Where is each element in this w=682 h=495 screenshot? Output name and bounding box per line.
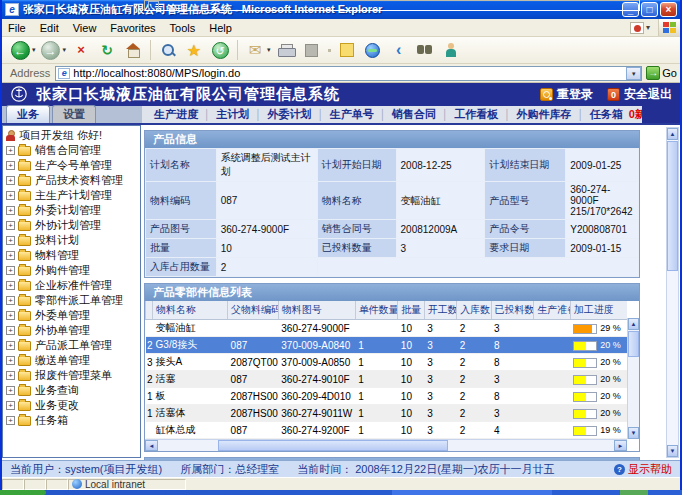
expand-icon[interactable]: + — [6, 386, 15, 395]
search-button[interactable] — [156, 38, 180, 62]
scroll-right-icon[interactable]: ► — [614, 440, 627, 451]
messenger-button[interactable] — [439, 38, 463, 62]
tree-item[interactable]: +销售合同管理 — [5, 143, 140, 158]
favorites-button[interactable]: ★ — [182, 38, 206, 62]
quick-nav-button[interactable]: ‹ — [387, 38, 411, 62]
scroll-thumb[interactable] — [628, 331, 639, 357]
start-button[interactable] — [0, 490, 46, 495]
expand-icon[interactable]: + — [6, 221, 15, 230]
tab-settings[interactable]: 设置 — [52, 105, 96, 123]
home-button[interactable] — [121, 38, 145, 62]
back-button[interactable]: ← — [8, 38, 32, 62]
column-header[interactable]: 生产准备 — [534, 301, 570, 320]
expand-icon[interactable]: + — [6, 281, 15, 290]
page-vertical-scrollbar[interactable]: ▲ ▼ — [666, 127, 679, 458]
menu-item[interactable]: Edit — [40, 22, 59, 34]
table-row[interactable]: 2G3/8接头087370-009-A084011032820 % — [146, 337, 628, 354]
column-header[interactable]: 父物料编码 — [228, 301, 279, 320]
menu-item[interactable]: Favorites — [110, 22, 155, 34]
discuss-button[interactable] — [335, 38, 359, 62]
tree-item[interactable]: +业务查询 — [5, 383, 140, 398]
column-header[interactable]: 入库数 — [457, 301, 491, 320]
nav-item[interactable]: 任务箱 — [590, 107, 623, 122]
maximize-button[interactable]: □ — [641, 2, 658, 17]
tree-item[interactable]: +生产令号单管理 — [5, 158, 140, 173]
addon-icon[interactable] — [630, 22, 644, 34]
expand-icon[interactable]: + — [6, 206, 15, 215]
scroll-up-icon[interactable]: ▲ — [628, 318, 639, 330]
menu-item[interactable]: Help — [209, 22, 232, 34]
tree-item[interactable]: +任务箱 — [5, 413, 140, 428]
column-header[interactable]: 已投料数 — [491, 301, 534, 320]
menu-item[interactable]: View — [73, 22, 97, 34]
expand-icon[interactable]: + — [6, 356, 15, 365]
addon-dropdown-icon[interactable]: ▾ — [646, 23, 650, 32]
column-header[interactable]: 物料名称 — [153, 301, 228, 320]
tree-item[interactable]: +物料管理 — [5, 248, 140, 263]
expand-icon[interactable]: + — [6, 161, 15, 170]
column-header[interactable]: 加工进度 — [570, 301, 627, 320]
address-dropdown-button[interactable]: ▾ — [626, 67, 641, 80]
column-header[interactable]: 物料图号 — [278, 301, 355, 320]
tree-item[interactable]: +外协单管理 — [5, 323, 140, 338]
close-button[interactable]: × — [660, 2, 677, 17]
menu-item[interactable]: File — [8, 22, 26, 34]
expand-icon[interactable]: + — [6, 401, 15, 410]
scroll-down-icon[interactable]: ▼ — [628, 427, 639, 439]
expand-icon[interactable]: + — [6, 416, 15, 425]
expand-icon[interactable]: + — [6, 236, 15, 245]
tab-business[interactable]: 业务 — [6, 105, 50, 123]
tree-item[interactable]: +外委计划管理 — [5, 203, 140, 218]
forward-button[interactable]: → — [39, 38, 63, 62]
nav-item[interactable]: 工作看板 — [454, 107, 498, 122]
column-header[interactable]: 批量 — [398, 301, 424, 320]
table-row[interactable]: 1活塞体2087HS002360-274-9011W11032320 % — [146, 405, 628, 422]
tree-item[interactable]: +报废件管理菜单 — [5, 368, 140, 383]
tree-item[interactable]: +产品技术资料管理 — [5, 173, 140, 188]
expand-icon[interactable]: + — [6, 311, 15, 320]
mail-dropdown-icon[interactable]: ▾ — [267, 46, 271, 54]
nav-item[interactable]: 生产进度 — [154, 107, 198, 122]
scroll-thumb[interactable] — [667, 141, 678, 271]
tree-item[interactable]: +产品派工单管理 — [5, 338, 140, 353]
column-header[interactable]: 开工数 — [424, 301, 456, 320]
stop-button[interactable]: × — [69, 38, 93, 62]
address-input[interactable]: e http://localhost:8080/MPS/login.do ▾ — [55, 66, 642, 81]
expand-icon[interactable]: + — [6, 341, 15, 350]
parts-horizontal-scrollbar[interactable]: ◄ ► — [145, 439, 627, 451]
expand-icon[interactable]: + — [6, 251, 15, 260]
scroll-down-icon[interactable]: ▼ — [667, 445, 678, 457]
mail-button[interactable]: ✉ — [243, 38, 267, 62]
taskbar[interactable] — [0, 490, 682, 495]
forward-dropdown-icon[interactable]: ▾ — [63, 46, 67, 54]
tree-item[interactable]: +业务更改 — [5, 398, 140, 413]
help-link[interactable]: ? 显示帮助 — [614, 462, 672, 477]
edit-button[interactable] — [300, 38, 324, 62]
go-button[interactable]: → Go — [646, 66, 677, 80]
research-button[interactable] — [413, 38, 437, 62]
menu-item[interactable]: Tools — [170, 22, 196, 34]
messenger-globe-button[interactable] — [361, 38, 385, 62]
nav-item[interactable]: 销售合同 — [392, 107, 436, 122]
print-button[interactable] — [274, 38, 298, 62]
nav-item[interactable]: 主计划 — [216, 107, 249, 122]
expand-icon[interactable]: + — [6, 296, 15, 305]
nav-item[interactable]: 外委计划 — [268, 107, 312, 122]
table-row[interactable]: 2活塞087360-274-9010F11032320 % — [146, 371, 628, 388]
tree-item[interactable]: +零部件派工单管理 — [5, 293, 140, 308]
expand-icon[interactable]: + — [6, 191, 15, 200]
history-button[interactable]: ↺ — [208, 38, 232, 62]
nav-item[interactable]: 外购件库存 — [517, 107, 572, 122]
refresh-button[interactable]: ↻ — [95, 38, 119, 62]
expand-icon[interactable]: + — [6, 176, 15, 185]
table-row[interactable]: 1板2087HS002360-209-4D01011032820 % — [146, 388, 628, 405]
column-header[interactable]: 单件数量 — [355, 301, 398, 320]
table-row[interactable]: 变幅油缸360-274-9000F1032329 % — [146, 320, 628, 337]
scroll-left-icon[interactable]: ◄ — [145, 440, 158, 451]
expand-icon[interactable]: + — [6, 266, 15, 275]
table-row[interactable]: 缸体总成087360-274-9200F11032419 % — [146, 422, 628, 439]
expand-icon[interactable]: + — [6, 146, 15, 155]
tree-item[interactable]: +外协计划管理 — [5, 218, 140, 233]
tree-item[interactable]: +主生产计划管理 — [5, 188, 140, 203]
tree-item[interactable]: +外购件管理 — [5, 263, 140, 278]
